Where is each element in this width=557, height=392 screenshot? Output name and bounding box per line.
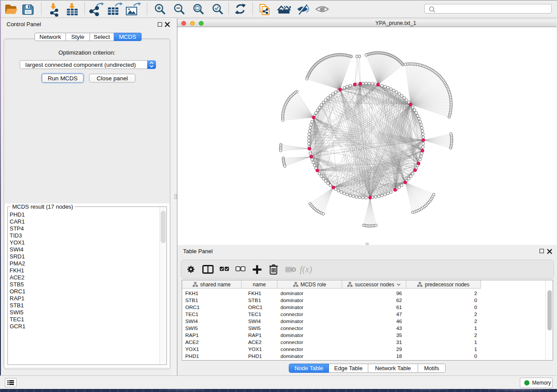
svg-text:f(x): f(x) — [300, 265, 312, 275]
